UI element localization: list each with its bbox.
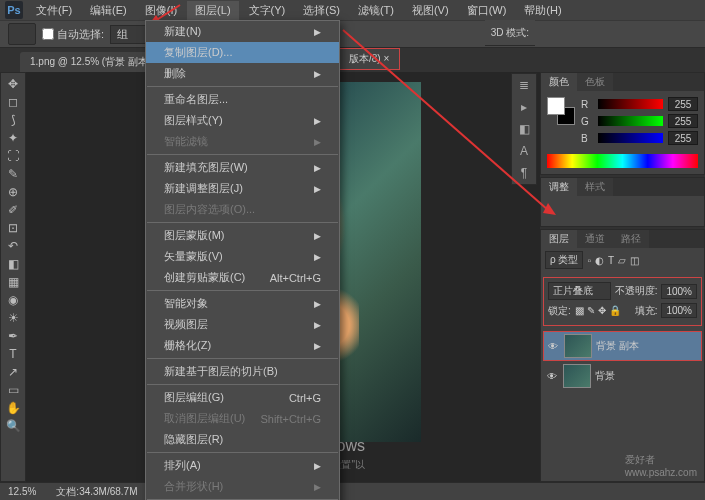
menu-item[interactable]: 智能对象▶ xyxy=(146,293,339,314)
menu-view[interactable]: 视图(V) xyxy=(404,1,457,20)
fg-bg-swatch[interactable] xyxy=(547,97,575,125)
type-tool[interactable]: T xyxy=(1,345,25,363)
crop-tool[interactable]: ⛶ xyxy=(1,147,25,165)
fill-value[interactable]: 100% xyxy=(661,303,697,318)
healing-tool[interactable]: ⊕ xyxy=(1,183,25,201)
document-tab-2[interactable]: 版本/8) × xyxy=(338,48,400,70)
menu-select[interactable]: 选择(S) xyxy=(295,1,348,20)
auto-select-target[interactable]: 组 xyxy=(110,25,147,44)
menu-image[interactable]: 图像(I) xyxy=(137,1,185,20)
layer-name[interactable]: 背景 副本 xyxy=(596,339,639,353)
filter-shape-icon[interactable]: ▱ xyxy=(618,255,626,266)
layer-list: 👁 背景 副本 👁 背景 xyxy=(541,328,704,393)
mode-3d-label: 3D 模式: xyxy=(491,26,529,40)
menu-item[interactable]: 图层蒙版(M)▶ xyxy=(146,225,339,246)
filter-img-icon[interactable]: ▫ xyxy=(587,255,591,266)
path-tool[interactable]: ↗ xyxy=(1,363,25,381)
layer-thumbnail[interactable] xyxy=(563,364,591,388)
menu-item[interactable]: 创建剪贴蒙版(C)Alt+Ctrl+G xyxy=(146,267,339,288)
color-tab[interactable]: 颜色 xyxy=(541,73,577,91)
character-panel-icon[interactable]: A xyxy=(512,140,536,162)
menu-item[interactable]: 视频图层▶ xyxy=(146,314,339,335)
adjustments-tab[interactable]: 调整 xyxy=(541,178,577,196)
site-watermark: 爱好者www.psahz.com xyxy=(625,453,697,478)
visibility-toggle-icon[interactable]: 👁 xyxy=(546,341,560,352)
opacity-label: 不透明度: xyxy=(615,284,658,298)
menu-item[interactable]: 新建调整图层(J)▶ xyxy=(146,178,339,199)
menu-file[interactable]: 文件(F) xyxy=(28,1,80,20)
view-options-bar: 3D 模式: xyxy=(485,20,535,46)
menu-item[interactable]: 图层编组(G)Ctrl+G xyxy=(146,387,339,408)
gradient-tool[interactable]: ▦ xyxy=(1,273,25,291)
visibility-toggle-icon[interactable]: 👁 xyxy=(545,371,559,382)
hue-strip[interactable] xyxy=(547,154,698,168)
filter-type-icon[interactable]: T xyxy=(608,255,614,266)
eraser-tool[interactable]: ◧ xyxy=(1,255,25,273)
eyedropper-tool[interactable]: ✎ xyxy=(1,165,25,183)
filter-adj-icon[interactable]: ◐ xyxy=(595,255,604,266)
fill-label: 填充: xyxy=(635,304,658,318)
move-tool-icon[interactable] xyxy=(8,23,36,45)
paths-tab[interactable]: 路径 xyxy=(613,230,649,248)
menu-item[interactable]: 新建基于图层的切片(B) xyxy=(146,361,339,382)
layer-thumbnail[interactable] xyxy=(564,334,592,358)
layer-row-bg[interactable]: 👁 背景 xyxy=(543,362,702,390)
menu-item[interactable]: 复制图层(D)... xyxy=(146,42,339,63)
layer-row-bg-copy[interactable]: 👁 背景 副本 xyxy=(543,331,702,361)
lock-all-icon[interactable]: 🔒 xyxy=(609,305,621,316)
zoom-tool[interactable]: 🔍 xyxy=(1,417,25,435)
menu-window[interactable]: 窗口(W) xyxy=(459,1,515,20)
menu-item[interactable]: 排列(A)▶ xyxy=(146,455,339,476)
menu-edit[interactable]: 编辑(E) xyxy=(82,1,135,20)
blend-mode-select[interactable]: 正片叠底 xyxy=(548,282,611,300)
menu-item[interactable]: 删除▶ xyxy=(146,63,339,84)
menu-item[interactable]: 矢量蒙版(V)▶ xyxy=(146,246,339,267)
g-slider[interactable] xyxy=(598,116,663,126)
hand-tool[interactable]: ✋ xyxy=(1,399,25,417)
zoom-level[interactable]: 12.5% xyxy=(8,486,36,497)
stamp-tool[interactable]: ⊡ xyxy=(1,219,25,237)
styles-tab[interactable]: 样式 xyxy=(577,178,613,196)
lasso-tool[interactable]: ⟆ xyxy=(1,111,25,129)
menu-layer[interactable]: 图层(L) xyxy=(187,1,238,20)
lock-position-icon[interactable]: ✥ xyxy=(598,305,606,316)
swatches-tab[interactable]: 色板 xyxy=(577,73,613,91)
marquee-tool[interactable]: ◻ xyxy=(1,93,25,111)
menu-item[interactable]: 隐藏图层(R) xyxy=(146,429,339,450)
shape-tool[interactable]: ▭ xyxy=(1,381,25,399)
r-slider[interactable] xyxy=(598,99,663,109)
g-value[interactable]: 255 xyxy=(668,114,698,128)
move-tool[interactable]: ✥ xyxy=(1,75,25,93)
lock-pixels-icon[interactable]: ✎ xyxy=(587,305,595,316)
menu-item[interactable]: 图层样式(Y)▶ xyxy=(146,110,339,131)
menu-help[interactable]: 帮助(H) xyxy=(516,1,569,20)
menu-type[interactable]: 文字(Y) xyxy=(241,1,294,20)
blur-tool[interactable]: ◉ xyxy=(1,291,25,309)
menu-item[interactable]: 栅格化(Z)▶ xyxy=(146,335,339,356)
layer-filter-kind[interactable]: ρ 类型 xyxy=(545,251,583,269)
b-slider[interactable] xyxy=(598,133,663,143)
brush-tool[interactable]: ✐ xyxy=(1,201,25,219)
auto-select-check[interactable]: 自动选择: xyxy=(42,27,104,42)
layer-name[interactable]: 背景 xyxy=(595,369,615,383)
filter-smart-icon[interactable]: ◫ xyxy=(630,255,639,266)
menu-item[interactable]: 重命名图层... xyxy=(146,89,339,110)
wand-tool[interactable]: ✦ xyxy=(1,129,25,147)
actions-panel-icon[interactable]: ▸ xyxy=(512,96,536,118)
menu-filter[interactable]: 滤镜(T) xyxy=(350,1,402,20)
paragraph-panel-icon[interactable]: ¶ xyxy=(512,162,536,184)
app-logo: Ps xyxy=(5,1,23,19)
menu-item[interactable]: 新建填充图层(W)▶ xyxy=(146,157,339,178)
channels-tab[interactable]: 通道 xyxy=(577,230,613,248)
opacity-value[interactable]: 100% xyxy=(661,284,697,299)
menu-item[interactable]: 新建(N)▶ xyxy=(146,21,339,42)
dodge-tool[interactable]: ☀ xyxy=(1,309,25,327)
lock-transparency-icon[interactable]: ▩ xyxy=(575,305,584,316)
pen-tool[interactable]: ✒ xyxy=(1,327,25,345)
b-value[interactable]: 255 xyxy=(668,131,698,145)
layers-tab[interactable]: 图层 xyxy=(541,230,577,248)
r-value[interactable]: 255 xyxy=(668,97,698,111)
history-brush-tool[interactable]: ↶ xyxy=(1,237,25,255)
properties-panel-icon[interactable]: ◧ xyxy=(512,118,536,140)
history-panel-icon[interactable]: ≣ xyxy=(512,74,536,96)
